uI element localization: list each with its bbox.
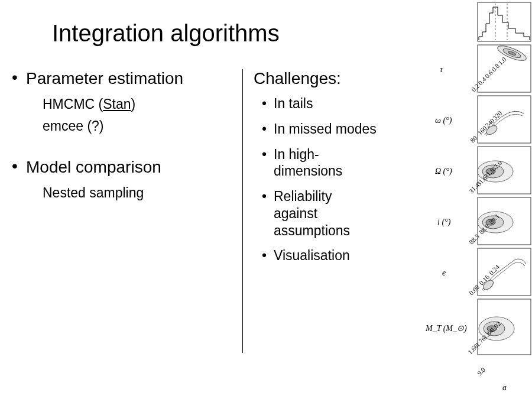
challenge-item: In missed modes: [262, 121, 378, 138]
sub-nested: Nested sampling: [43, 185, 242, 201]
challenge-item: Visualisation: [262, 247, 378, 264]
left-column: Parameter estimation HMCMC (Stan) emcee …: [12, 69, 242, 218]
bullet-label: Parameter estimation: [26, 69, 183, 87]
svg-text:0.24: 0.24: [488, 263, 501, 276]
axis-tick-bottom: 9.0: [476, 366, 487, 377]
axis-label-Omega: Ω (°): [435, 167, 452, 176]
svg-rect-0: [478, 2, 531, 41]
slide: Integration algorithms Parameter estimat…: [0, 0, 532, 399]
axis-label-bottom: a: [502, 383, 507, 392]
bullet-model-comparison: Model comparison Nested sampling: [12, 158, 242, 201]
bullet-label: Model comparison: [26, 158, 161, 176]
svg-text:88.5: 88.5: [468, 232, 481, 245]
challenge-item: Reliability against assumptions: [262, 188, 378, 239]
challenge-item: In tails: [262, 95, 378, 112]
corner-plot: τ 0.2 0.4 0.6 0.8 1.0 ω (°) 80 160 240 3…: [390, 0, 532, 399]
bullet-parameter-estimation: Parameter estimation HMCMC (Stan) emcee …: [12, 69, 242, 134]
axis-label-omega: ω (°): [435, 116, 452, 125]
axis-label-i: i (°): [437, 218, 451, 227]
challenges-list: In tails In missed modes In high-dimensi…: [262, 95, 378, 264]
sublist-param-est: HMCMC (Stan) emcee (?): [43, 96, 242, 134]
svg-text:1.0: 1.0: [497, 56, 508, 67]
svg-rect-7: [478, 96, 531, 143]
sub-hmcmc: HMCMC (Stan): [43, 96, 242, 112]
right-column: Challenges: In tails In missed modes In …: [242, 69, 378, 353]
svg-text:0.08: 0.08: [468, 283, 481, 296]
challenges-heading: Challenges:: [254, 69, 378, 88]
sublist-model-comp: Nested sampling: [43, 185, 242, 201]
left-list: Parameter estimation HMCMC (Stan) emcee …: [12, 69, 242, 201]
axis-label-MT: M_T (M_⊙): [425, 324, 467, 333]
sub-suffix: ): [131, 96, 136, 112]
axis-label-e: e: [442, 268, 446, 277]
svg-text:80: 80: [469, 134, 479, 144]
link-stan[interactable]: Stan: [103, 96, 131, 112]
challenge-item: In high-dimensions: [262, 146, 378, 180]
axis-label-tau: τ: [440, 65, 443, 74]
sub-prefix: HMCMC (: [43, 96, 103, 112]
sub-emcee: emcee (?): [43, 118, 242, 134]
